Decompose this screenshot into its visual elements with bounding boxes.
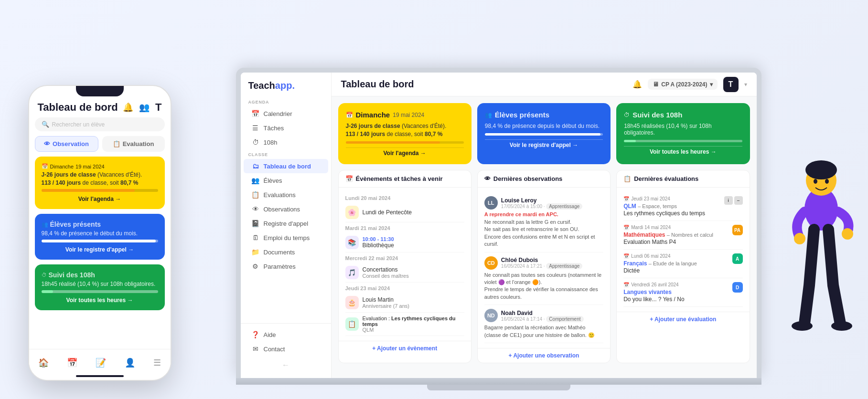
obs-header-icon: 👁 xyxy=(484,175,491,182)
sidebar-item-parametres[interactable]: ⚙ Paramètres xyxy=(244,259,328,273)
eval-row-francais: 📅 Lundi 06 mai 2024 Français – Etude de … xyxy=(623,253,742,274)
card1-sub1-note: (Vacances d'Été). xyxy=(402,123,446,129)
obs-item-noah: ND Noah David 16/05/2024 à 17:14 · Compo… xyxy=(484,305,603,343)
obs-item-chloe: CD Chloé Dubois 16/05/2024 à 17:21 · App… xyxy=(484,252,603,305)
event-item-eval-qlm: 📋 Evaluation : Les rythmes cycliques du … xyxy=(345,313,464,336)
sidebar-item-contact[interactable]: ✉ Contact xyxy=(244,342,328,356)
header-avatar[interactable]: T xyxy=(723,77,739,92)
card3-link[interactable]: Voir toutes les heures → xyxy=(624,146,742,155)
phone-tab-evaluation[interactable]: 📋 Evaluation xyxy=(102,136,165,152)
sidebar-label-aide: Aide xyxy=(264,331,276,338)
avatar-letter: T xyxy=(729,80,733,89)
sidebar-item-evaluations[interactable]: 📋 Evaluations xyxy=(244,188,328,202)
phone-nav-docs[interactable]: 📝 xyxy=(96,357,106,368)
students-icon: 👥 xyxy=(485,112,492,118)
phone-nav-calendar[interactable]: 📅 xyxy=(67,357,77,368)
calendrier-icon: 📅 xyxy=(251,110,260,117)
sidebar-item-emploi[interactable]: 🗓 Emploi du temps xyxy=(244,231,328,245)
event-qlm-text: Evaluation : Les rythmes cycliques du te… xyxy=(363,315,464,333)
obs-info-chloe: Chloé Dubois 16/05/2024 à 17:21 · Appren… xyxy=(501,257,582,269)
evaluations-panel: 📋 Dernières évaluations 📅 Jeudi 23 mai 2… xyxy=(616,170,750,363)
sidebar-label-108h: 108h xyxy=(264,139,278,146)
sidebar-label-documents: Documents xyxy=(264,249,295,256)
sidebar-item-observations[interactable]: 👁 Observations xyxy=(244,202,328,216)
sidebar-section-classe: CLASSE xyxy=(241,149,331,159)
observations-panel-title: Dernières observations xyxy=(493,175,563,182)
sidebar-item-calendrier[interactable]: 📅 Calendrier xyxy=(244,106,328,121)
app-container: Teachapp. AGENDA 📅 Calendrier ☰ Tâches xyxy=(241,73,757,378)
eleves-icon: 👥 xyxy=(251,177,260,184)
observations-panel-header: 👁 Dernières observations xyxy=(478,170,610,188)
phone-card2-title: Élèves présents xyxy=(50,220,101,228)
event-birthday-text: Louis Martin Anniversaire (7 ans) xyxy=(363,296,464,309)
class-badge-label: CP A (2023-2024) xyxy=(661,81,707,88)
laptop-screen: Teachapp. AGENDA 📅 Calendrier ☰ Tâches xyxy=(241,73,757,378)
phone-card1-link[interactable]: Voir l'agenda → xyxy=(42,196,158,202)
search-placeholder: Rechercher un élève xyxy=(52,121,105,128)
card1-sub1: J-26 jours de classe xyxy=(346,123,400,129)
phone-card3-link[interactable]: Voir toutes les heures → xyxy=(42,297,158,304)
phone-bell-icon: 🔔 xyxy=(123,102,133,113)
observations-panel: 👁 Dernières observations LL xyxy=(477,170,611,363)
top-card-agenda: 📅 Dimanche 19 mai 2024 J-26 jours de cla… xyxy=(338,103,472,164)
evaluations-panel-header: 📋 Dernières évaluations xyxy=(617,170,749,188)
bottom-panels-row: 📅 Évènements et tâches à venir Lundi 20 … xyxy=(338,170,750,363)
registre-icon: 📓 xyxy=(251,220,260,227)
phone-nav-user[interactable]: 👤 xyxy=(125,357,135,368)
sidebar-item-documents[interactable]: 📁 Documents xyxy=(244,245,328,259)
svg-point-7 xyxy=(792,321,813,331)
sidebar-label-observations: Observations xyxy=(264,206,300,213)
sidebar-item-aide[interactable]: ❓ Aide xyxy=(244,327,328,342)
top-card-108h: ⏱ Suivi des 108h 18h45 réalisées (10,4 %… xyxy=(616,103,750,164)
obs-avatar-chloe: CD xyxy=(484,256,498,270)
phone-tab-observation[interactable]: 👁 Observation xyxy=(35,136,98,152)
phone-card2-link[interactable]: Voir le registre d'appel → xyxy=(42,246,158,253)
add-evaluation-button[interactable]: + Ajouter une évaluation xyxy=(617,312,749,326)
card1-sub2-note: de classe, soit xyxy=(387,131,423,137)
card1-link[interactable]: Voir l'agenda → xyxy=(346,147,464,157)
eval-badge-lv: D xyxy=(732,282,743,293)
eval-tab-label: Evaluation xyxy=(123,140,154,147)
add-event-button[interactable]: + Ajouter un évènement xyxy=(339,341,471,356)
header-dropdown-icon[interactable]: ▾ xyxy=(744,81,747,88)
obs-header-louise: LL Louise Leroy 17/05/2024 à 15:00 · App… xyxy=(484,196,603,210)
phone-search-bar[interactable]: 🔍 Rechercher un élève xyxy=(35,117,165,131)
eval-badge-1: i xyxy=(724,196,733,205)
phone-card-eleves: 👥 Élèves présents 98,4 % de présence le … xyxy=(35,214,165,260)
eval-content-lv: 📅 Vendredi 26 avril 2024 Langues vivante… xyxy=(623,282,684,303)
add-observation-button[interactable]: + Ajouter une observation xyxy=(478,348,610,363)
sidebar-collapse-button[interactable]: ← xyxy=(241,356,331,374)
card2-link[interactable]: Voir le registre d'appel → xyxy=(485,139,603,148)
bell-icon[interactable]: 🔔 xyxy=(632,80,642,89)
phone-tabs: 👁 Observation 📋 Evaluation xyxy=(35,136,165,152)
phone-card3-sub: 18h45 réalisé (10,4 %) sur 108h obligato… xyxy=(42,281,158,287)
evaluations-panel-title: Dernières évaluations xyxy=(634,175,698,182)
card1-day: Dimanche xyxy=(356,111,390,119)
obs-info-louise: Louise Leroy 17/05/2024 à 15:00 · Appren… xyxy=(501,197,582,209)
phone-header: Tableau de bord 🔔 👥 T xyxy=(29,96,171,117)
sidebar-item-eleves[interactable]: 👥 Élèves xyxy=(244,173,328,188)
eval-item-qlm: 📅 Jeudi 23 mai 2024 QLM – Espace, temps … xyxy=(623,192,742,221)
phone-nav-menu[interactable]: ☰ xyxy=(153,357,161,368)
event-biblio-icon: 📚 xyxy=(345,236,359,249)
sidebar-item-tableau[interactable]: 🗂 Tableau de bord xyxy=(244,159,328,173)
sidebar-item-108h[interactable]: ⏱ 108h xyxy=(244,135,328,149)
svg-point-4 xyxy=(825,179,829,184)
class-badge[interactable]: 🖥 CP A (2023-2024) ▾ xyxy=(648,79,717,90)
sidebar-label-emploi: Emploi du temps xyxy=(264,234,310,242)
event-concert-text: Concertations Conseil des maîtres xyxy=(363,266,464,279)
phone-card1-sub2note: de classe, soit xyxy=(83,179,119,186)
contact-icon: ✉ xyxy=(251,345,260,353)
evaluations-icon: 📋 xyxy=(251,191,260,199)
event-item-concertations: 🎵 Concertations Conseil des maîtres xyxy=(345,263,464,283)
sidebar-item-taches[interactable]: ☰ Tâches xyxy=(244,121,328,135)
eval-item-math: 📅 Mardi 14 mai 2024 Mathématiques – Nomb… xyxy=(623,221,742,250)
svg-point-2 xyxy=(805,160,837,179)
phone-title: Tableau de bord xyxy=(38,101,118,114)
phone-nav-home[interactable]: 🏠 xyxy=(38,357,49,368)
sidebar-item-registre[interactable]: 📓 Registre d'appel xyxy=(244,216,328,231)
card3-title: Suivi des 108h xyxy=(632,111,682,119)
obs-info-noah: Noah David 16/05/2024 à 17:14 · Comporte… xyxy=(501,310,584,322)
phone-card1-day: Dimanche xyxy=(50,164,74,169)
aide-icon: ❓ xyxy=(251,331,260,338)
